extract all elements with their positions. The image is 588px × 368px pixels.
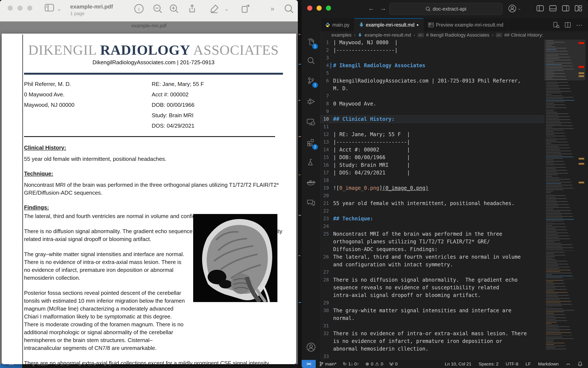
editor-row[interactable]: 4# Ikengil Radiology Associates <box>320 62 544 69</box>
editor-row[interactable]: 80 Maywood Ave. <box>320 100 544 108</box>
more-toolbar-icon[interactable]: » <box>271 5 275 13</box>
editor-row[interactable]: 16| Study: Brain MRI | <box>320 161 544 169</box>
editor-row[interactable]: 28There is no diffusion signal abnormali… <box>320 276 544 284</box>
editor-row[interactable]: 33 <box>320 353 544 360</box>
split-editor-icon[interactable] <box>565 22 571 28</box>
share-icon[interactable] <box>187 4 197 14</box>
breadcrumb-symbol-h1[interactable]: # Ikengil Radiology Associates <box>426 32 489 38</box>
modified-dot-icon[interactable]: ● <box>416 23 419 27</box>
overview-ruler[interactable] <box>578 40 586 360</box>
markup-chevron-icon[interactable]: ⌄ <box>224 6 229 12</box>
minimap[interactable] <box>544 40 578 360</box>
editor-row[interactable]: sequence reveals no evidence of suscepti… <box>320 284 544 291</box>
editor-row[interactable]: 31 <box>320 322 544 330</box>
zoom-in-icon[interactable] <box>169 4 179 14</box>
editor-row[interactable]: 2|-------------------| <box>320 46 544 54</box>
breadcrumb-folder[interactable]: examples <box>331 32 351 38</box>
markup-pen-icon[interactable] <box>210 4 219 14</box>
source-control-icon[interactable]: 1 <box>302 72 320 89</box>
branch-item[interactable]: main* <box>320 361 337 367</box>
sync-item[interactable]: ↻1↓ 0↑ <box>343 361 359 367</box>
editor-row[interactable]: 32There is no evidence of intra-or extra… <box>320 330 544 337</box>
rotate-icon[interactable] <box>240 4 250 14</box>
tab-preview-example-mri-result[interactable]: Preview example-mri-result.md <box>423 18 508 31</box>
editor-row[interactable]: 5 <box>320 69 544 77</box>
customize-layout-icon[interactable] <box>575 5 582 11</box>
editor-row[interactable]: 9 <box>320 108 544 115</box>
close-button[interactable] <box>8 6 13 11</box>
bell-icon[interactable] <box>578 361 582 367</box>
cursor-position[interactable]: Ln 10, Col 21 <box>445 361 471 367</box>
editor-row[interactable]: 12| RE: Jane, Mary; 55 F | <box>320 131 544 138</box>
editor-row[interactable]: 6DikengilRadiologyAssociates.com | 201-7… <box>320 77 544 85</box>
editor-row[interactable]: 2155 year old female with intermittent, … <box>320 200 544 207</box>
editor-row[interactable]: 1| Maywood, NJ 0000 | <box>320 39 544 46</box>
tab-example-mri-result[interactable]: example-mri-result.md ● <box>354 18 423 31</box>
editor-row[interactable]: 20 <box>320 192 544 200</box>
editor-row[interactable]: 25Noncontrast MRI of the brain was perfo… <box>320 230 544 238</box>
search-icon[interactable] <box>302 52 320 69</box>
editor-row[interactable]: orthogonal planes utilizing T1/T2/T2 FLA… <box>320 238 544 246</box>
editor-row[interactable]: 13|-----------------------| <box>320 138 544 146</box>
editor-row[interactable]: 7 <box>320 92 544 100</box>
more-actions-icon[interactable]: ⋯ <box>576 21 582 29</box>
editor-row[interactable]: 11 <box>320 123 544 131</box>
editor-row[interactable]: 3 <box>320 54 544 62</box>
editor-row[interactable]: 29 <box>320 299 544 307</box>
editor-row[interactable]: 27 <box>320 268 544 276</box>
editor-row[interactable]: and configuration with intact symmetry. <box>320 261 544 268</box>
extensions-icon[interactable]: 2 <box>302 134 320 151</box>
tab-main-py[interactable]: main.py <box>320 18 354 31</box>
feedback-icon[interactable] <box>566 362 570 366</box>
editor-row[interactable]: 10## Clinical History: <box>320 115 544 123</box>
editor-row[interactable]: 18 <box>320 176 544 184</box>
nav-forward-icon[interactable]: → <box>380 5 386 12</box>
breadcrumb-file[interactable]: example-mri-result.md <box>364 32 411 38</box>
toggle-panel-icon[interactable] <box>549 5 557 11</box>
command-center-search[interactable]: doc-extract-api <box>389 3 503 15</box>
editor-row[interactable]: 24 <box>320 222 544 230</box>
search-icon[interactable] <box>284 4 294 14</box>
encoding[interactable]: UTF-8 <box>506 361 518 367</box>
editor-row[interactable]: 15| DOB: 00/00/1966 | <box>320 154 544 161</box>
open-changes-icon[interactable] <box>553 22 560 28</box>
editor-row[interactable]: is no evidence of infarct, premature iro… <box>320 337 544 345</box>
minimize-button[interactable] <box>18 6 23 11</box>
accounts-icon[interactable] <box>302 339 320 356</box>
editor-row[interactable]: normal. <box>320 314 544 322</box>
editor-row[interactable]: 23## Technique: <box>320 215 544 222</box>
editor-row[interactable]: 22 <box>320 207 544 215</box>
zoom-out-icon[interactable] <box>153 4 163 14</box>
docker-icon[interactable] <box>302 174 320 191</box>
toggle-primary-sidebar-icon[interactable] <box>536 5 544 11</box>
editor-row[interactable]: intra-axial signal dropoff or blooming a… <box>320 291 544 299</box>
close-button[interactable] <box>307 6 312 11</box>
sidebar-chevron-icon[interactable]: ⌄ <box>57 6 61 12</box>
comments-icon[interactable] <box>302 194 320 211</box>
indentation[interactable]: Spaces: 2 <box>479 361 498 367</box>
zoom-window-button[interactable] <box>27 6 32 11</box>
remote-indicator[interactable]: >< <box>302 360 316 368</box>
minimize-button[interactable] <box>317 6 322 11</box>
eol[interactable]: LF <box>526 361 531 367</box>
account-menu[interactable]: ⌄ <box>508 4 521 13</box>
explorer-icon[interactable]: 1 <box>302 33 320 50</box>
editor-row[interactable]: 14| Acct #: 00002 | <box>320 146 544 154</box>
sidebar-toggle-icon[interactable] <box>45 4 54 11</box>
editor-row[interactable]: Diffusion-ADC sequences. Findings: <box>320 246 544 253</box>
nav-back-icon[interactable]: ← <box>368 5 374 12</box>
maximize-button[interactable] <box>326 6 331 11</box>
remote-explorer-icon[interactable]: >< <box>302 114 320 131</box>
ports-item[interactable]: 0 <box>389 361 398 367</box>
language-mode[interactable]: Markdown <box>538 361 559 367</box>
run-debug-icon[interactable] <box>302 93 320 110</box>
editor-row[interactable]: M. D. <box>320 85 544 92</box>
editor-row[interactable]: 30The gray-white matter signal intensiti… <box>320 307 544 314</box>
editor-row[interactable]: 19![0_image_0.png](0_image_0.png) <box>320 184 544 192</box>
testing-icon[interactable] <box>302 154 320 171</box>
editor-rows[interactable]: 1| Maywood, NJ 0000 |2|-----------------… <box>320 39 544 368</box>
info-icon[interactable]: i <box>134 4 144 14</box>
toggle-secondary-sidebar-icon[interactable] <box>562 5 569 11</box>
editor-row[interactable]: 17| DOS: 04/29/2021 | <box>320 169 544 176</box>
editor-row[interactable]: abnormal hemosiderin cllection. <box>320 345 544 353</box>
